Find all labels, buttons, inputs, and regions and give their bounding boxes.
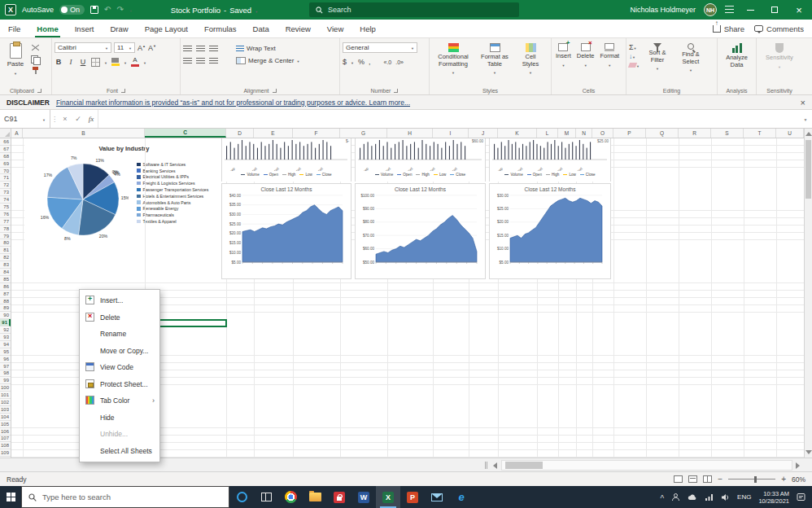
row-header-105[interactable]: 105	[0, 421, 11, 428]
tab-home[interactable]: Home	[28, 20, 66, 37]
clear-button[interactable]	[629, 62, 640, 69]
menu-item-select-all-sheets[interactable]: Select All Sheets	[80, 443, 159, 460]
tab-review[interactable]: Review	[277, 20, 319, 37]
zoom-slider-knob[interactable]	[754, 476, 757, 483]
align-left-button[interactable]	[183, 58, 192, 64]
people-icon[interactable]	[671, 493, 680, 501]
notifications-icon[interactable]	[797, 493, 805, 501]
autosum-button[interactable]	[629, 43, 640, 51]
row-header-80[interactable]: 80	[0, 239, 11, 247]
clock[interactable]: 10:33 AM 10/28/2021	[758, 490, 789, 505]
cut-button[interactable]	[31, 44, 41, 52]
select-all-corner[interactable]	[0, 129, 11, 138]
column-header-I[interactable]: I	[433, 129, 469, 138]
wrap-text-button[interactable]: Wrap Text	[236, 45, 276, 52]
ribbon-display-options-icon[interactable]	[725, 6, 734, 15]
row-header-108[interactable]: 108	[0, 442, 11, 449]
row-header-106[interactable]: 106	[0, 428, 11, 436]
column-header-H[interactable]: H	[387, 129, 433, 138]
insert-function-button[interactable]: fx	[85, 115, 98, 123]
borders-button[interactable]	[91, 58, 100, 67]
close-chart-3[interactable]: Close Last 12 Months$30.00$25.00$20.00$1…	[489, 183, 611, 279]
column-header-P[interactable]: P	[613, 129, 646, 138]
row-header-71[interactable]: 71	[0, 174, 11, 182]
row-header-100[interactable]: 100	[0, 384, 11, 392]
insert-cells-button[interactable]: Insert	[554, 41, 573, 84]
user-name[interactable]: Nicholas Holdmeyer	[630, 6, 696, 14]
column-header-T[interactable]: T	[744, 129, 776, 138]
row-header-77[interactable]: 77	[0, 218, 11, 226]
row-header-68[interactable]: 68	[0, 153, 11, 160]
tab-draw[interactable]: Draw	[102, 20, 136, 37]
row-header-66[interactable]: 66	[0, 138, 11, 146]
row-header-104[interactable]: 104	[0, 414, 11, 421]
middle-align-button[interactable]	[196, 46, 205, 52]
file-explorer-button[interactable]	[303, 486, 327, 508]
column-header-B[interactable]: B	[23, 129, 145, 138]
horizontal-scrollbar[interactable]	[501, 460, 792, 471]
row-header-107[interactable]: 107	[0, 436, 11, 443]
comments-button[interactable]: Comments	[754, 24, 804, 33]
menu-item-delete[interactable]: Delete	[80, 309, 159, 326]
edge-button[interactable]: e	[449, 486, 474, 508]
column-header-S[interactable]: S	[711, 129, 744, 138]
align-center-button[interactable]	[196, 58, 205, 64]
zoom-in-button[interactable]: +	[781, 475, 786, 484]
autosave-toggle[interactable]: On	[59, 5, 85, 15]
column-header-F[interactable]: F	[293, 129, 340, 138]
row-header-98[interactable]: 98	[0, 370, 11, 378]
network-icon[interactable]	[705, 493, 714, 501]
menu-item-rename[interactable]: Rename	[80, 326, 159, 343]
scroll-left-icon[interactable]	[493, 462, 497, 469]
row-header-103[interactable]: 103	[0, 406, 11, 414]
onedrive-cloud-icon[interactable]	[688, 493, 697, 501]
formula-input[interactable]	[98, 110, 799, 128]
row-header-92[interactable]: 92	[0, 326, 11, 334]
taskbar-search[interactable]: Type here to search	[21, 486, 229, 508]
page-layout-view-button[interactable]	[688, 475, 697, 483]
ohlc-chart-partial-3[interactable]: 27-Sep4-Oct11-Oct18-Oct25-OctVolumeOpenH…	[489, 138, 611, 182]
ohlc-chart-partial-1[interactable]: 28-Sep5-Oct12-Oct19-Oct26-OctVolumeOpenH…	[221, 138, 351, 182]
row-header-73[interactable]: 73	[0, 189, 11, 196]
chrome-button[interactable]	[278, 486, 303, 508]
excel-button[interactable]: X	[376, 486, 400, 508]
row-header-70[interactable]: 70	[0, 168, 11, 175]
scroll-right-icon[interactable]	[796, 462, 800, 469]
zoom-out-button[interactable]: −	[718, 475, 723, 484]
task-view-button[interactable]	[254, 486, 278, 508]
underline-button[interactable]: U	[79, 58, 87, 66]
column-header-M[interactable]: M	[558, 129, 576, 138]
minimize-button[interactable]	[742, 2, 758, 18]
row-header-76[interactable]: 76	[0, 211, 11, 218]
italic-button[interactable]: I	[67, 58, 75, 66]
row-header-84[interactable]: 84	[0, 269, 11, 276]
close-chart-2[interactable]: Close Last 12 Months$100.00$90.00$80.00$…	[355, 183, 486, 279]
share-button[interactable]: Share	[713, 24, 744, 33]
row-header-102[interactable]: 102	[0, 399, 11, 406]
row-header-89[interactable]: 89	[0, 304, 11, 312]
column-header-O[interactable]: O	[592, 129, 613, 138]
font-color-button[interactable]: A	[131, 57, 139, 67]
tab-page-layout[interactable]: Page Layout	[137, 20, 196, 37]
dialog-launcher-icon[interactable]	[37, 89, 41, 93]
menu-item-hide[interactable]: Hide	[80, 409, 159, 427]
row-header-95[interactable]: 95	[0, 348, 11, 356]
row-header-69[interactable]: 69	[0, 160, 11, 168]
name-box[interactable]: C91	[0, 110, 50, 128]
row-header-101[interactable]: 101	[0, 392, 11, 399]
disclaimer-link[interactable]: Financial market information is provided…	[56, 99, 410, 107]
increase-decimal-button[interactable]: «.0	[384, 59, 392, 65]
font-name-select[interactable]: Calibri	[55, 42, 111, 53]
start-button[interactable]	[0, 486, 21, 508]
name-box-splitter[interactable]: ⋮	[50, 116, 59, 123]
row-header-97[interactable]: 97	[0, 363, 11, 370]
row-header-79[interactable]: 79	[0, 233, 11, 240]
tab-insert[interactable]: Insert	[67, 20, 103, 37]
quick-access-dropdown-icon[interactable]	[129, 6, 133, 14]
column-header-D[interactable]: D	[226, 129, 254, 138]
cell-styles-button[interactable]: Cell Styles	[515, 41, 546, 84]
horizontal-scrollbar-thumb[interactable]	[505, 462, 543, 469]
top-align-button[interactable]	[183, 46, 192, 52]
conditional-formatting-button[interactable]: Conditional Formatting	[432, 41, 474, 84]
bottom-align-button[interactable]	[209, 46, 218, 52]
